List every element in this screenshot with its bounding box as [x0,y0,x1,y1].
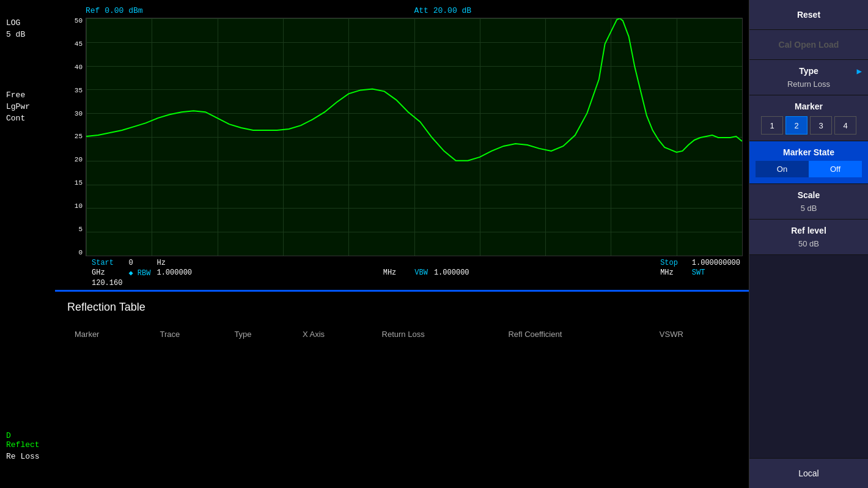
reflection-section: Reflection Table MarkerTraceTypeX AxisRe… [55,292,749,488]
rbw-label: ◆ RBW [128,268,150,278]
type-arrow: ▶ [857,66,862,76]
table-header-cell: Refl Coefficient [502,327,652,341]
y-axis-label: 50 [75,18,83,24]
ref-level-title: Ref level [756,226,862,235]
att-label: Att [414,6,433,15]
ref-level-value: 50 dB [756,239,862,248]
main-content: Ref 0.00 dBm Att 20.00 dB 50454035302520… [55,0,749,488]
marker-title: Marker [756,102,862,111]
scale-section[interactable]: Scale 5 dB [749,184,868,220]
y-axis-label: 10 [75,203,83,210]
table-header-cell: Return Loss [376,327,501,341]
stop-label: Stop [660,259,686,267]
y-axis-label: 35 [75,87,83,94]
marker-button-3[interactable]: 3 [810,116,832,135]
swt-value: 120.160 [92,279,122,287]
att-value: 20.00 dB [433,6,471,15]
d-reflect-label: D Reflect [6,431,49,449]
scale-label: 5 dB [6,30,49,39]
table-header-cell: Trace [153,327,227,341]
type-section[interactable]: Type ▶ Return Loss [749,60,868,95]
scale-value: 5 dB [756,204,862,213]
stop-unit: GHz [92,268,110,278]
marker-state-section[interactable]: Marker State On Off [749,141,868,184]
start-label: Start [92,259,122,267]
y-axis-label: 30 [75,111,83,117]
y-axis-label: 20 [75,157,83,163]
vbw-unit: MHz [660,268,674,278]
y-axis-label: 5 [78,226,83,233]
marker-buttons: 1234 [756,116,862,135]
chart-header: Ref 0.00 dBm Att 20.00 dB [61,6,743,15]
rbw-value: 1.000000 [156,268,377,278]
re-loss-label: Re Loss [6,452,49,461]
right-panel[interactable]: Reset Cal Open Load Type ▶ Return Loss M… [749,0,868,488]
stop-value: 1.000000000 [692,259,740,267]
ref-label: Ref [86,6,105,15]
marker-section[interactable]: Marker 1234 [749,95,868,141]
ref-value: 0.00 dBm [105,6,142,15]
cont-label: Cont [6,114,49,123]
swt-label: SWT [692,268,743,278]
scale-title: Scale [756,190,862,200]
chart-container: Ref 0.00 dBm Att 20.00 dB 50454035302520… [55,0,749,290]
chart-wrapper: 50454035302520151050 [61,18,743,256]
y-axis-label: 40 [75,64,83,71]
y-axis-label: 0 [78,250,83,256]
y-axis-label: 25 [75,133,83,140]
marker-button-1[interactable]: 1 [761,116,783,135]
marker-state-title: Marker State [756,147,862,157]
left-panel: LOG 5 dB Free LgPwr Cont D Reflect Re Lo… [0,0,55,488]
marker-state-buttons: On Off [756,161,862,177]
table-header-cell: VSWR [653,327,735,341]
start-value: 0 [128,259,150,267]
cal-open-load-button[interactable]: Cal Open Load [749,30,868,60]
marker-state-on-button[interactable]: On [756,161,809,177]
ref-level-section[interactable]: Ref level 50 dB [749,220,868,255]
y-axis: 50454035302520151050 [61,18,86,256]
vbw-label: VBW [414,268,428,278]
y-axis-label: 15 [75,180,83,187]
reflection-table: MarkerTraceTypeX AxisReturn LossRefl Coe… [67,326,737,342]
start-unit: Hz [156,259,364,267]
y-axis-label: 45 [75,41,83,48]
table-header-row: MarkerTraceTypeX AxisReturn LossRefl Coe… [68,327,735,341]
rbw-unit: MHz [383,268,397,278]
log-label: LOG [6,18,49,28]
chart-footer: Start 0 Hz Stop 1.000000000 GHz ◆ RBW 1.… [61,256,743,290]
vbw-value: 1.000000 [434,268,654,278]
type-value: Return Loss [756,79,862,89]
local-button[interactable]: Local [749,458,868,488]
table-header-cell: Marker [68,327,152,341]
reset-button[interactable]: Reset [749,0,868,30]
spectrum-chart [86,18,742,256]
marker-state-off-button[interactable]: Off [809,161,862,177]
chart-area [86,18,743,256]
marker-button-4[interactable]: 4 [834,116,856,135]
lgpwr-label: LgPwr [6,102,49,111]
free-label: Free [6,91,49,100]
marker-button-2[interactable]: 2 [785,116,807,135]
table-header-cell: Type [228,327,295,341]
reflection-table-title: Reflection Table [67,301,737,314]
type-title: Type [756,66,862,76]
table-header-cell: X Axis [296,327,375,341]
